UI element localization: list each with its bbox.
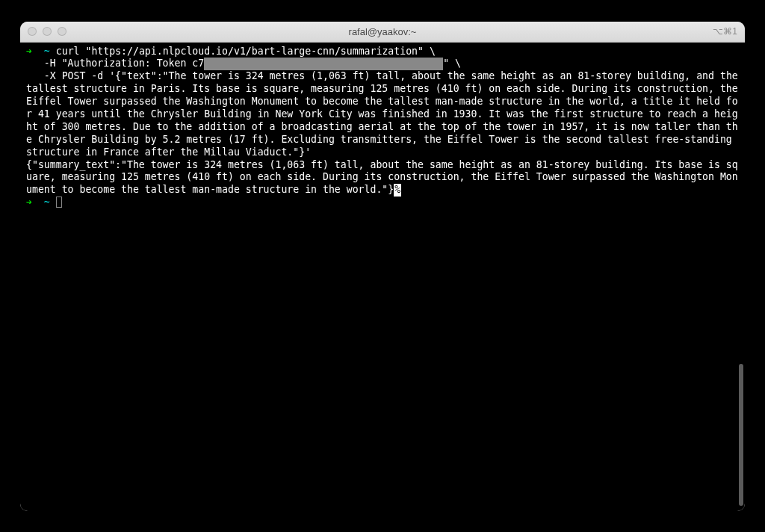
tab-indicator: ⌥⌘1 (713, 26, 737, 37)
close-button[interactable] (28, 27, 37, 36)
terminal-content[interactable]: ➜ ~ curl "https://api.nlpcloud.io/v1/bar… (20, 43, 745, 511)
response-output: {"summary_text":"The tower is 324 metres… (26, 159, 738, 196)
minimize-button[interactable] (43, 27, 52, 36)
scrollbar[interactable] (739, 364, 743, 506)
end-marker: % (394, 184, 401, 197)
titlebar[interactable]: rafal@yaakov:~ ⌥⌘1 (20, 22, 745, 43)
command-line-2-prefix: -H "Authorization: Token c7 (26, 58, 204, 69)
terminal-window: rafal@yaakov:~ ⌥⌘1 ➜ ~ curl "https://api… (20, 22, 745, 511)
command-line-2-suffix: " \ (443, 58, 461, 69)
command-line-1: curl "https://api.nlpcloud.io/v1/bart-la… (56, 46, 436, 57)
prompt-path-2: ~ (44, 197, 50, 208)
prompt-path: ~ (44, 46, 50, 57)
traffic-lights (28, 27, 66, 36)
window-title: rafal@yaakov:~ (349, 26, 417, 37)
prompt-arrow-2: ➜ (26, 197, 32, 208)
prompt-arrow: ➜ (26, 46, 32, 57)
redacted-token (204, 58, 443, 70)
command-line-3: -X POST -d '{"text":"The tower is 324 me… (26, 70, 744, 157)
cursor (56, 197, 62, 208)
maximize-button[interactable] (58, 27, 66, 36)
